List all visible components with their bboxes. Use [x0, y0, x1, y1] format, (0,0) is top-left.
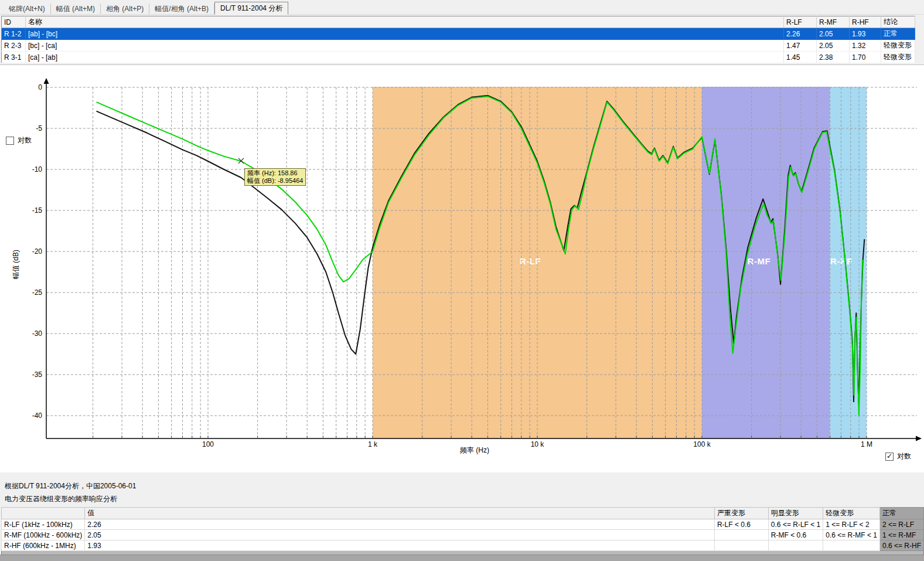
checkbox-box-icon[interactable] — [6, 137, 14, 145]
x-axis-arrow-icon — [916, 436, 922, 441]
tab-4[interactable]: 幅值/相角 (Alt+B) — [149, 4, 214, 14]
analysis-standard-text: 根据DL/T 911-2004分析，中国2005-06-01 — [5, 481, 136, 491]
table-cell: 1.32 — [850, 40, 881, 52]
tab-5[interactable]: DL/T 911-2004 分析 — [214, 2, 288, 15]
criteria-value: 2.05 — [85, 530, 715, 540]
tab-2[interactable]: 幅值 (Alt+M) — [51, 4, 101, 14]
criteria-range — [768, 540, 823, 551]
column-header[interactable]: R-HF — [850, 16, 881, 28]
table-cell: 轻微变形 — [881, 40, 915, 52]
y-tick-label: -35 — [32, 370, 43, 379]
chart-panel: R-LFR-MFR-HF1001 k10 k100 k1 M0-5-10-15-… — [0, 64, 924, 472]
y-tick-label: 0 — [38, 83, 42, 91]
column-header[interactable]: R-MF — [817, 16, 850, 28]
y-tick-label: -15 — [32, 206, 43, 215]
y-tick-label: -10 — [32, 165, 43, 174]
criteria-range: 1 <= R-LF < 2 — [823, 519, 880, 530]
criteria-row-label: R-HF (600kHz - 1MHz) — [2, 540, 85, 551]
table-cell: 正常 — [881, 28, 915, 40]
results-table[interactable]: ID名称R-LFR-MFR-HF结论 R 1-2[ab] - [bc]2.262… — [1, 16, 915, 63]
criteria-column-header: 值 — [85, 508, 715, 519]
y-tick-label: -5 — [36, 124, 42, 132]
criteria-range — [714, 530, 768, 540]
y-axis-arrow-icon — [44, 78, 49, 84]
table-cell: 1.47 — [784, 40, 817, 52]
log-checkbox-label: 对数 — [897, 451, 911, 461]
criteria-row: R-HF (600kHz - 1MHz)1.930.6 <= R-HF — [2, 540, 924, 551]
column-header[interactable]: R-LF — [784, 16, 817, 28]
table-cell: R 3-1 — [2, 52, 26, 63]
results-table-header: ID名称R-LFR-MFR-HF结论 — [2, 16, 915, 28]
x-tick-label: 1 M — [861, 440, 872, 448]
table-row[interactable]: R 3-1[ca] - [ab]1.452.381.70轻微变形 — [2, 52, 915, 63]
x-axis-title: 频率 (Hz) — [459, 446, 489, 454]
table-cell: 轻微变形 — [881, 52, 915, 63]
table-row[interactable]: R 2-3[bc] - [ca]1.472.051.32轻微变形 — [2, 40, 915, 52]
column-header[interactable]: ID — [2, 16, 26, 28]
criteria-table: 值严重变形明显变形轻微变形正常 R-LF (1kHz - 100kHz)2.26… — [1, 507, 924, 555]
analysis-title-text: 电力变压器绕组变形的频率响应分析 — [5, 494, 117, 504]
table-cell: [ca] - [ab] — [26, 52, 784, 63]
log-scale-checkbox-bottom[interactable]: ✓ 对数 — [885, 451, 911, 461]
x-tick-label: 10 k — [531, 440, 545, 448]
table-cell: R 2-3 — [2, 40, 26, 52]
table-cell: 2.05 — [817, 28, 850, 40]
table-row[interactable]: R 1-2[ab] - [bc]2.262.051.93正常 — [2, 28, 915, 40]
cursor-tooltip: 频率 (Hz): 158.86 幅值 (dB): -8.95464 — [244, 168, 306, 186]
table-cell: 1.45 — [784, 52, 817, 63]
fra-application-window: 铭牌(Alt+N)幅值 (Alt+M)相角 (Alt+P)幅值/相角 (Alt+… — [0, 0, 924, 561]
band-label-r-lf: R-LF — [520, 256, 541, 266]
criteria-value: 1.93 — [85, 540, 715, 551]
band-label-r-mf: R-MF — [748, 256, 771, 266]
criteria-range: 1 <= R-MF — [879, 530, 923, 540]
x-tick-label: 100 — [202, 440, 214, 448]
criteria-column-header — [2, 508, 85, 519]
table-cell: 2.05 — [817, 40, 850, 52]
criteria-range: 0.6 <= R-HF — [879, 540, 923, 551]
column-header[interactable]: 名称 — [26, 16, 784, 28]
criteria-range: R-MF < 0.6 — [768, 530, 823, 540]
y-axis-title: 幅值 (dB) — [12, 250, 20, 279]
criteria-range: 0.6 <= R-MF < 1 — [823, 530, 880, 540]
y-tick-label: -40 — [32, 412, 43, 420]
tab-bar: 铭牌(Alt+N)幅值 (Alt+M)相角 (Alt+P)幅值/相角 (Alt+… — [0, 0, 924, 15]
y-tick-label: -30 — [32, 329, 43, 338]
tooltip-magnitude-value: 幅值 (dB): -8.95464 — [247, 177, 303, 185]
log-scale-checkbox-top[interactable]: 对数 — [6, 135, 32, 145]
tab-3[interactable]: 相角 (Alt+P) — [101, 4, 149, 14]
log-checkbox-label: 对数 — [18, 135, 32, 145]
table-cell: 2.38 — [817, 52, 850, 63]
criteria-column-header: 严重变形 — [714, 508, 768, 519]
y-tick-label: -25 — [32, 288, 43, 297]
criteria-row: R-MF (100kHz - 600kHz)2.05R-MF < 0.60.6 … — [2, 530, 924, 540]
criteria-row: R-LF (1kHz - 100kHz)2.26R-LF < 0.60.6 <=… — [2, 519, 924, 530]
criteria-range: R-LF < 0.6 — [714, 519, 768, 530]
criteria-range: 0.6 <= R-LF < 1 — [768, 519, 823, 530]
tooltip-frequency-value: 频率 (Hz): 158.86 — [247, 169, 303, 177]
x-tick-label: 1 k — [368, 440, 378, 448]
criteria-value: 2.26 — [85, 519, 715, 530]
criteria-row-label: R-MF (100kHz - 600kHz) — [2, 530, 85, 540]
table-cell: 1.93 — [850, 28, 881, 40]
criteria-range — [823, 540, 880, 551]
fra-chart[interactable]: R-LFR-MFR-HF1001 k10 k100 k1 M0-5-10-15-… — [0, 65, 924, 472]
table-cell: [bc] - [ca] — [26, 40, 784, 52]
table-cell: 1.70 — [850, 52, 881, 63]
criteria-range: 2 <= R-LF — [879, 519, 923, 530]
window-bottom-edge — [0, 555, 924, 561]
tab-1[interactable]: 铭牌(Alt+N) — [4, 4, 51, 14]
table-cell: [ab] - [bc] — [26, 28, 784, 40]
criteria-column-header: 正常 — [879, 508, 923, 519]
table-cell: R 1-2 — [2, 28, 26, 40]
checkmark-icon[interactable]: ✓ — [885, 453, 894, 461]
y-tick-label: -20 — [32, 247, 43, 256]
criteria-table-header: 值严重变形明显变形轻微变形正常 — [2, 508, 924, 519]
criteria-column-header: 轻微变形 — [823, 508, 880, 519]
criteria-row-label: R-LF (1kHz - 100kHz) — [2, 519, 85, 530]
table-cell: 2.26 — [784, 28, 817, 40]
criteria-range — [714, 540, 768, 551]
x-tick-label: 100 k — [693, 440, 711, 448]
column-header[interactable]: 结论 — [881, 16, 915, 28]
criteria-column-header: 明显变形 — [768, 508, 823, 519]
